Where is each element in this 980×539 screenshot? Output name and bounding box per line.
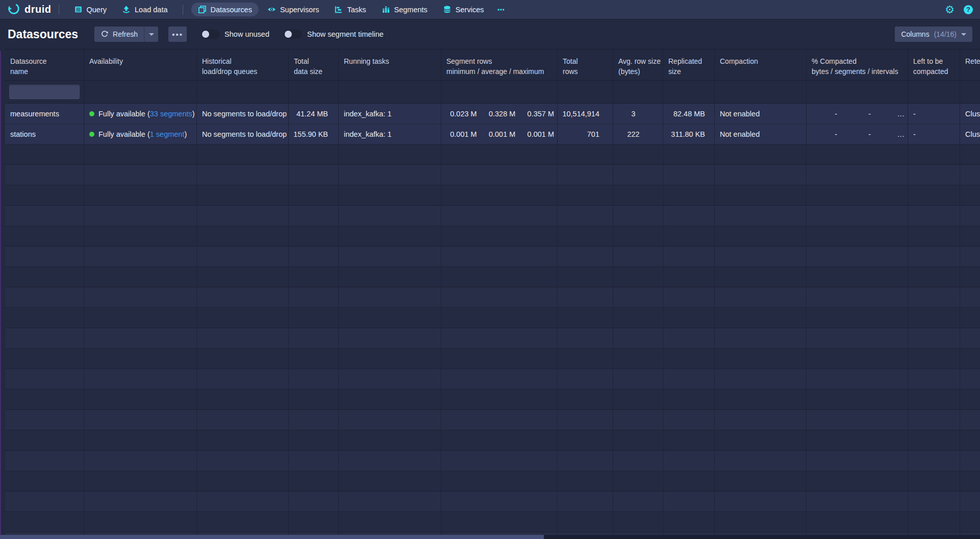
cell-availability: Fully available (1 segment) (84, 124, 197, 144)
cell-historical-queues: No segments to load/drop (197, 124, 289, 144)
availability-text: Fully available ( (98, 130, 150, 138)
empty-cell (960, 328, 980, 348)
empty-cell (441, 492, 558, 511)
column-header-pct-compacted[interactable]: % Compactedbytes / segments / intervals (807, 50, 908, 80)
column-header-replicated-size[interactable]: Replicatedsize (663, 50, 715, 80)
empty-cell (84, 226, 197, 246)
empty-cell (84, 308, 197, 328)
availability-text: Fully available ( (98, 110, 150, 118)
empty-cell (289, 471, 339, 491)
empty-cell (197, 206, 289, 226)
empty-cell (960, 287, 980, 307)
column-header-total-rows[interactable]: Totalrows (558, 50, 613, 80)
filter-cell-empty (908, 81, 960, 103)
filter-cell-empty (84, 81, 197, 103)
empty-cell (908, 410, 960, 430)
empty-cell (908, 308, 960, 328)
column-header-total-data-size[interactable]: Totaldata size (289, 50, 339, 80)
empty-cell (715, 430, 807, 450)
empty-cell (807, 185, 908, 205)
empty-cell (5, 267, 84, 287)
empty-cell (613, 144, 663, 164)
column-header-running-tasks[interactable]: Running tasks (339, 50, 441, 80)
empty-cell (908, 389, 960, 409)
supervisors-icon (267, 5, 276, 14)
empty-cell (908, 267, 960, 287)
filter-cell-empty (663, 81, 715, 103)
column-header-segment-rows[interactable]: Segment rowsminimum / average / maximum (441, 50, 558, 80)
empty-cell (960, 389, 980, 409)
nav-item-label: Load data (135, 6, 168, 14)
druid-console: druid Query Load data Datasources Superv… (0, 0, 980, 539)
column-header-left-to-be-compacted[interactable]: Left to becompacted (908, 50, 960, 80)
cell-compaction: Not enabled (715, 104, 807, 124)
empty-cell (197, 308, 289, 328)
cell-datasource-name[interactable]: stations (5, 124, 84, 144)
nav-item-load-data[interactable]: Load data (115, 3, 174, 16)
empty-cell (289, 226, 339, 246)
nav-item-query[interactable]: Query (67, 3, 114, 16)
column-header-retention[interactable]: Retention (960, 50, 980, 80)
refresh-button[interactable]: Refresh (94, 27, 144, 42)
empty-cell (558, 512, 613, 532)
more-actions-button[interactable]: ••• (168, 27, 187, 42)
column-header-compaction[interactable]: Compaction (715, 50, 807, 80)
nav-item-services[interactable]: Services (436, 3, 491, 16)
empty-cell (289, 165, 339, 185)
segments-link[interactable]: 1 segment (150, 130, 185, 138)
empty-cell (441, 287, 558, 307)
column-header-availability[interactable]: Availability (84, 50, 197, 80)
druid-logo[interactable]: druid (7, 2, 52, 17)
table-left-edge (0, 51, 1, 535)
availability-text: ) (184, 130, 187, 138)
empty-cell (84, 185, 197, 205)
druid-logo-icon (7, 2, 20, 17)
empty-cell (807, 451, 908, 471)
empty-cell (908, 492, 960, 511)
column-header-datasource-name[interactable]: Datasourcename (5, 50, 84, 80)
empty-cell (807, 389, 908, 409)
empty-cell (663, 369, 715, 389)
show-unused-toggle[interactable] (201, 30, 219, 39)
refresh-button-group: Refresh (94, 27, 158, 42)
column-header-avg-row-size[interactable]: Avg. row size(bytes) (613, 50, 663, 80)
refresh-dropdown-button[interactable] (144, 27, 158, 42)
table-row-empty (5, 492, 980, 512)
empty-cell (84, 369, 197, 389)
empty-cell (960, 512, 980, 532)
nav-item-supervisors[interactable]: Supervisors (261, 3, 326, 16)
table-row-empty (5, 410, 980, 430)
show-segment-timeline-toggle[interactable] (284, 30, 302, 39)
cell-running-tasks: index_kafka: 1 (339, 124, 441, 144)
empty-cell (5, 165, 84, 185)
empty-cell (339, 430, 441, 450)
nav-item-tasks[interactable]: Tasks (328, 3, 372, 16)
empty-cell (197, 144, 289, 164)
nav-item-datasources[interactable]: Datasources (191, 3, 259, 16)
help-icon[interactable]: ? (964, 5, 973, 14)
nav-item-segments[interactable]: Segments (375, 3, 434, 16)
cell-datasource-name[interactable]: measurements (5, 104, 84, 124)
segments-link[interactable]: 33 segments (150, 110, 192, 118)
filter-cell-empty (441, 81, 558, 103)
empty-cell (289, 247, 339, 266)
empty-cell (441, 451, 558, 471)
more-menu-button[interactable] (491, 3, 511, 16)
empty-cell (339, 226, 441, 246)
columns-selector-button[interactable]: Columns (14/16) (895, 27, 972, 42)
empty-cell (339, 247, 441, 266)
empty-cell (558, 430, 613, 450)
empty-cell (663, 144, 715, 164)
columns-label: Columns (901, 30, 929, 38)
gear-icon[interactable]: ⚙ (945, 4, 954, 15)
empty-cell (289, 512, 339, 532)
column-header-historical-queues[interactable]: Historicalload/drop queues (197, 50, 289, 80)
empty-cell (289, 308, 339, 328)
empty-cell (960, 185, 980, 205)
horizontal-scrollbar-thumb[interactable] (0, 535, 544, 539)
empty-cell (715, 308, 807, 328)
table-row-empty (5, 206, 980, 226)
datasource-filter-input[interactable] (9, 85, 80, 99)
table-row-empty (5, 389, 980, 410)
empty-cell (441, 165, 558, 185)
